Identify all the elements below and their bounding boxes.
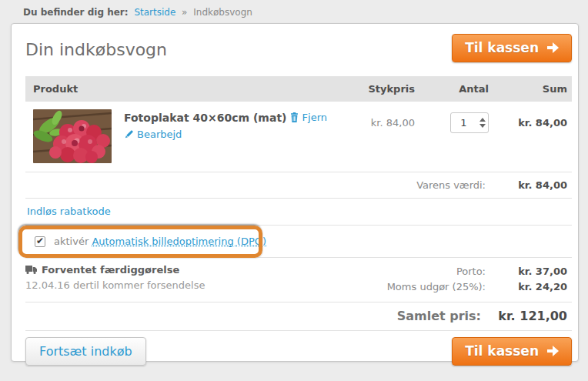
column-header-product: Produkt <box>25 83 346 95</box>
checkout-button-top[interactable]: Til kassen <box>452 34 572 62</box>
column-header-quantity: Antal <box>415 83 492 95</box>
shopping-cart-page: Du befinder dig her: Startside » Indkøbs… <box>0 0 588 381</box>
subtotal-label: Varens værdi: <box>416 179 486 191</box>
breadcrumb: Du befinder dig her: Startside » Indkøbs… <box>0 0 588 23</box>
grand-total-value: kr. 121,00 <box>481 309 572 323</box>
column-header-sum: Sum <box>492 83 572 95</box>
divider <box>25 330 572 331</box>
cart-panel: Din indkøbsvogn Til kassen Produkt Stykp… <box>11 23 579 362</box>
panel-header: Din indkøbsvogn Til kassen <box>25 34 572 62</box>
item-unit-price: kr. 84,00 <box>346 109 415 163</box>
stepper-down-icon[interactable] <box>479 124 486 128</box>
quantity-stepper[interactable]: 1 <box>450 112 489 133</box>
completion-note: 12.04.16 dertil kommer forsendelse <box>25 279 205 291</box>
subtotal-value: kr. 84,00 <box>486 179 572 191</box>
dpo-info-link[interactable]: Automatisk billedoptimering (DPO) <box>92 236 266 247</box>
page-title: Din indkøbsvogn <box>25 34 167 59</box>
stepper-arrows[interactable] <box>476 113 488 132</box>
product-info: Fotoplakat 40×60cm (mat) Fjern <box>124 109 346 163</box>
discount-row: Indløs rabatkode <box>25 199 572 225</box>
redeem-discount-link[interactable]: Indløs rabatkode <box>27 206 111 217</box>
shipping-label: Porto: <box>456 264 486 279</box>
item-sum: kr. 84,00 <box>492 109 572 163</box>
arrow-right-icon <box>547 42 560 53</box>
breadcrumb-home-link[interactable]: Startside <box>134 7 175 18</box>
shipping-row: Porto: kr. 37,00 <box>387 264 572 279</box>
product-image <box>33 109 112 163</box>
checkout-button-label: Til kassen <box>465 40 539 55</box>
grand-total-label: Samlet pris: <box>397 309 481 323</box>
fees-summary: Porto: kr. 37,00 Moms udgør (25%): kr. 2… <box>387 264 572 295</box>
pencil-icon <box>124 130 133 139</box>
dpo-checkbox[interactable] <box>35 236 45 247</box>
breadcrumb-separator: » <box>182 7 187 18</box>
column-header-unit-price: Stykpris <box>346 83 415 95</box>
completion-and-fees-row: Forventet færdiggørelse 12.04.16 dertil … <box>25 258 572 302</box>
completion-info: Forventet færdiggørelse 12.04.16 dertil … <box>25 264 205 295</box>
shipping-value: kr. 37,00 <box>486 264 572 279</box>
product-title-line: Fotoplakat 40×60cm (mat) Fjern <box>124 112 346 124</box>
cart-table-header: Produkt Stykpris Antal Sum <box>25 76 572 102</box>
checkout-button-bottom[interactable]: Til kassen <box>452 337 572 366</box>
product-cell: Fotoplakat 40×60cm (mat) Fjern <box>25 109 346 163</box>
quantity-cell: 1 <box>415 109 492 163</box>
breadcrumb-current: Indkøbsvogn <box>193 7 252 18</box>
vat-value: kr. 24,20 <box>486 279 572 295</box>
completion-title: Forventet færdiggørelse <box>42 264 179 276</box>
product-name: Fotoplakat 40×60cm (mat) <box>124 112 287 124</box>
raspberries-photo <box>33 109 112 163</box>
remove-item-label: Fjern <box>302 112 327 123</box>
stepper-up-icon[interactable] <box>479 118 486 122</box>
cart-item-row: Fotoplakat 40×60cm (mat) Fjern <box>25 102 572 172</box>
breadcrumb-label: Du befinder dig her: <box>23 7 129 18</box>
grand-total-row: Samlet pris: kr. 121,00 <box>25 302 572 330</box>
quantity-input[interactable]: 1 <box>451 113 476 132</box>
arrow-right-icon <box>547 346 560 356</box>
subtotal-row: Varens værdi: kr. 84,00 <box>25 172 572 198</box>
trash-icon <box>290 112 299 122</box>
remove-item-link[interactable]: Fjern <box>290 112 327 123</box>
edit-item-link[interactable]: Bearbejd <box>124 129 182 140</box>
checkout-button-label: Til kassen <box>465 343 539 359</box>
vat-row: Moms udgør (25%): kr. 24,20 <box>387 279 572 295</box>
truck-icon <box>25 266 37 274</box>
continue-shopping-button[interactable]: Fortsæt indkøb <box>25 337 146 366</box>
footer-actions: Fortsæt indkøb Til kassen <box>25 337 572 366</box>
dpo-option-row: aktivér Automatisk billedoptimering (DPO… <box>25 226 572 257</box>
edit-item-label: Bearbejd <box>137 129 182 140</box>
dpo-prefix-text: aktivér <box>54 236 89 247</box>
vat-label: Moms udgør (25%): <box>387 279 486 295</box>
